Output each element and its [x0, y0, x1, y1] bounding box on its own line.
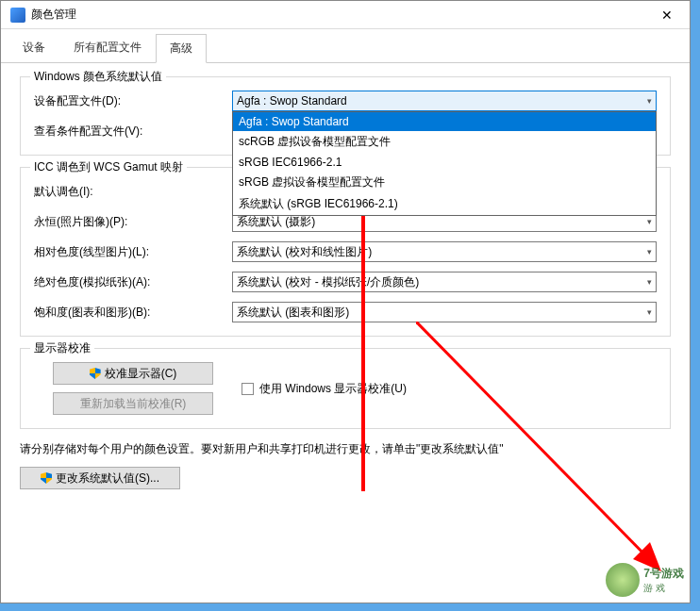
- dropdown-option[interactable]: scRGB 虚拟设备模型配置文件: [233, 131, 656, 153]
- chevron-down-icon: ▾: [647, 217, 652, 226]
- chevron-down-icon: ▾: [647, 247, 652, 256]
- close-button[interactable]: ✕: [648, 8, 686, 23]
- watermark: 7号游戏 游戏: [606, 563, 684, 597]
- shield-icon: [90, 368, 101, 379]
- device-profile-dropdown: Agfa : Swop Standard scRGB 虚拟设备模型配置文件 sR…: [232, 111, 657, 216]
- window-title: 颜色管理: [31, 7, 648, 23]
- group-windows-color-defaults: Windows 颜色系统默认值 设备配置文件(D): Agfa : Swop S…: [20, 76, 671, 156]
- tab-all-profiles[interactable]: 所有配置文件: [59, 33, 156, 62]
- tab-advanced[interactable]: 高级: [156, 34, 207, 63]
- dropdown-option[interactable]: Agfa : Swop Standard: [233, 112, 656, 131]
- color-management-window: 颜色管理 ✕ 设备 所有配置文件 高级 Windows 颜色系统默认值 设备配置…: [0, 0, 691, 603]
- group-title: Windows 颜色系统默认值: [30, 69, 166, 85]
- use-windows-calibration-label: 使用 Windows 显示器校准(U): [259, 381, 407, 397]
- group-title: ICC 调色到 WCS Gamut 映射: [30, 159, 187, 175]
- chevron-down-icon: ▾: [647, 96, 652, 106]
- perceptual-label: 永恒(照片图像)(P):: [34, 214, 232, 230]
- instruction-text: 请分别存储对每个用户的颜色设置。要对新用户和共享打印机进行更改，请单击"更改系统…: [20, 440, 671, 457]
- content-area: Windows 颜色系统默认值 设备配置文件(D): Agfa : Swop S…: [1, 63, 690, 503]
- tab-devices[interactable]: 设备: [8, 33, 59, 62]
- saturation-combo[interactable]: 系统默认 (图表和图形)▾: [232, 302, 657, 322]
- svg-marker-3: [633, 542, 661, 571]
- relative-colorimetric-combo[interactable]: 系统默认 (校对和线性图片)▾: [232, 241, 657, 262]
- absolute-colorimetric-label: 绝对色度(模拟纸张)(A):: [34, 274, 232, 290]
- relative-colorimetric-label: 相对色度(线型图片)(L):: [34, 244, 232, 260]
- group-display-calibration: 显示器校准 校准显示器(C) 重新加载当前校准(R) 使用 Windows 显示…: [20, 348, 671, 429]
- absolute-colorimetric-combo[interactable]: 系统默认 (校对 - 模拟纸张/介质颜色)▾: [232, 272, 657, 292]
- use-windows-calibration-row: 使用 Windows 显示器校准(U): [242, 381, 407, 397]
- saturation-label: 饱和度(图表和图形)(B):: [34, 305, 232, 321]
- use-windows-calibration-checkbox[interactable]: [242, 383, 254, 395]
- tab-strip: 设备 所有配置文件 高级: [1, 29, 690, 63]
- device-profile-label: 设备配置文件(D):: [34, 93, 232, 109]
- chevron-down-icon: ▾: [647, 307, 652, 317]
- group-title: 显示器校准: [30, 340, 94, 356]
- change-system-defaults-button[interactable]: 更改系统默认值(S)...: [20, 467, 180, 489]
- dropdown-option[interactable]: sRGB IEC61966-2.1: [233, 153, 656, 172]
- dropdown-option[interactable]: sRGB 虚拟设备模型配置文件: [233, 172, 656, 193]
- chevron-down-icon: ▾: [647, 277, 652, 287]
- combo-value: Agfa : Swop Standard: [237, 94, 647, 107]
- app-icon: [10, 8, 25, 23]
- titlebar: 颜色管理 ✕: [1, 1, 690, 29]
- dropdown-option[interactable]: 系统默认 (sRGB IEC61966-2.1): [233, 193, 656, 215]
- device-profile-combo[interactable]: Agfa : Swop Standard ▾ Agfa : Swop Stand…: [232, 91, 657, 111]
- shield-icon: [41, 472, 52, 484]
- calibrate-display-button[interactable]: 校准显示器(C): [53, 362, 213, 385]
- view-conditions-label: 查看条件配置文件(V):: [34, 124, 232, 140]
- watermark-icon: [606, 563, 640, 597]
- default-rendering-label: 默认调色(I):: [34, 184, 232, 200]
- reload-calibration-button[interactable]: 重新加载当前校准(R): [53, 392, 213, 415]
